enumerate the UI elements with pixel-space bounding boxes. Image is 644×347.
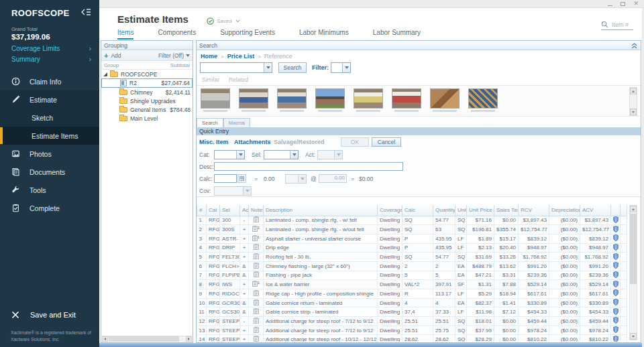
column-header[interactable]: Depreciation [549,205,580,216]
cell-notes[interactable] [249,307,264,317]
cell-source[interactable] [611,261,621,271]
line-item-row[interactable]: 12 RFG STEEP - Additional charge for ste… [197,317,627,326]
saved-status[interactable]: Saved [207,17,241,25]
scroll-right-button[interactable] [186,336,192,342]
calc-input[interactable] [214,174,237,183]
scroll-down-button[interactable] [630,333,637,340]
price-list-thumbnail[interactable] [392,88,421,112]
dropdown-arrow-icon[interactable] [264,63,272,72]
sidebar-collapse-icon[interactable] [80,8,91,16]
cell-notes[interactable] [249,271,264,280]
cell-notes[interactable] [249,335,264,342]
cat-input[interactable] [214,150,245,159]
cell-source[interactable] [611,298,621,307]
filter-dropdown[interactable] [331,62,351,73]
breadcrumb-home[interactable]: Home [201,53,217,60]
price-list-thumbnail[interactable] [430,88,460,112]
column-header[interactable]: Coverage [378,205,402,216]
line-item-row[interactable]: 11 RFG GCS300 & Gable cornice strip - la… [197,307,627,317]
cell-source[interactable] [611,335,621,342]
related-link[interactable]: Related [229,76,248,83]
ok-button[interactable]: OK [341,137,369,147]
sidebar-item-estimate[interactable]: Estimate [0,90,99,109]
line-item-row[interactable]: 7 RFG FLPIPE & Flashing - pipe jack Dwel… [197,271,627,280]
scrollbar-thumb[interactable] [630,214,637,284]
sidebar-item-sketch[interactable]: Sketch [0,109,99,127]
add-group-button[interactable]: Add [111,52,121,59]
cell-notes[interactable] [249,298,264,307]
column-header[interactable]: ACV [580,205,611,216]
price-list-thumbnail[interactable] [315,88,345,112]
line-item-row[interactable]: 1 RFG 300 - Laminated - comp. shingle rf… [197,216,627,225]
sidebar-item-estimate-items[interactable]: Estimate Items [0,127,99,145]
column-header[interactable]: Notes [249,205,264,216]
column-header[interactable]: Calc [402,205,433,216]
tab-supporting-events[interactable]: Supporting Events [220,29,275,40]
scroll-up-button[interactable] [630,88,637,94]
cell-source[interactable] [611,307,621,317]
sidebar-item-complete[interactable]: Complete [0,199,99,217]
item-number-search[interactable]: Item # [601,21,633,30]
column-header[interactable]: # [197,205,207,216]
tab-macros[interactable]: Macros [223,118,251,127]
scrollbar-thumb[interactable] [109,336,179,342]
column-header[interactable]: Unit Price [467,205,494,216]
cell-source[interactable] [611,326,621,335]
cancel-button[interactable]: Cancel [372,137,401,147]
line-item-row[interactable]: 4 RFG DRIP + Drip edge Dwelling P 435.95… [197,243,627,253]
column-header[interactable]: RCV [519,205,549,216]
cell-notes[interactable]: 1 [249,234,264,243]
scroll-left-button[interactable] [102,336,108,342]
tab-items[interactable]: Items [117,29,133,40]
column-header[interactable]: Sales Tax [494,205,519,216]
cell-notes[interactable] [249,289,264,299]
group-row-roofscope[interactable]: ROOFSCOPE [101,70,193,78]
cell-source[interactable] [611,216,621,225]
group-row-general-items[interactable]: General Items $784.48 [101,105,193,114]
line-item-row[interactable]: 3 RFG ASTR- + 1 Asphalt starter - univer… [197,234,627,243]
cell-notes[interactable] [249,261,264,271]
dropdown-arrow-icon[interactable] [342,63,350,72]
price-list-thumbnail[interactable] [468,88,498,112]
coverage-limits-link[interactable]: Coverage Limits› [11,44,94,53]
column-header[interactable]: Sel [220,205,240,216]
save-and-exit-button[interactable]: Save and Exit [0,305,99,324]
line-item-row[interactable]: 10 RFG GCR300 & Gable cornice return - l… [197,298,627,307]
tab-search[interactable]: Search [197,118,223,127]
line-item-row[interactable]: 14 RFG STEEP> + Additional charge for st… [197,335,627,342]
maximize-icon[interactable] [621,2,625,6]
sel-input[interactable] [264,150,299,159]
cell-source[interactable] [611,225,621,234]
grouping-horizontal-scrollbar[interactable] [102,336,192,342]
table-vertical-scrollbar[interactable] [629,205,637,340]
expand-triangle-icon[interactable] [103,72,107,76]
sidebar-item-photos[interactable]: Photos [0,145,99,163]
misc-item-link[interactable]: Misc. Item [199,139,229,145]
group-row-main-level[interactable]: Main Level [101,114,193,123]
cell-source[interactable] [611,243,621,253]
cell-notes[interactable] [249,326,264,335]
line-item-row[interactable]: 6 RFG FLCH> & Chimney flashing - large (… [197,261,627,271]
cell-notes[interactable]: 1 [249,280,264,289]
calc-rate-input[interactable]: 0.00 [319,174,347,183]
close-icon[interactable]: ✕ [633,1,639,6]
group-row-shingle-upgrades[interactable]: Shingle Upgrades [101,96,193,105]
thumbnail-scrollbar[interactable] [629,87,637,116]
line-item-row[interactable]: 13 RFG STEEP + Additional charge for ste… [197,326,627,335]
attachments-link[interactable]: Attachments [234,139,271,145]
tab-labor-summary[interactable]: Labor Summary [373,29,421,40]
price-list-thumbnail[interactable] [277,88,307,112]
search-input[interactable] [200,62,272,73]
cell-notes[interactable]: 1 [249,225,264,234]
desc-input[interactable] [214,162,403,171]
column-header[interactable]: Cat [207,205,220,216]
line-item-row[interactable]: 2 RFG 300S + 1 Laminated - comp. shingle… [197,225,627,234]
cell-notes[interactable] [249,243,264,253]
scroll-up-button[interactable] [630,206,637,212]
tab-labor-minimums[interactable]: Labor Minimums [299,29,349,40]
cell-source[interactable] [611,317,621,326]
cell-notes[interactable] [249,253,264,262]
cell-source[interactable] [611,253,621,262]
cell-notes[interactable] [249,216,264,225]
group-row-r2[interactable]: R2 $27,047.64 [101,78,193,88]
